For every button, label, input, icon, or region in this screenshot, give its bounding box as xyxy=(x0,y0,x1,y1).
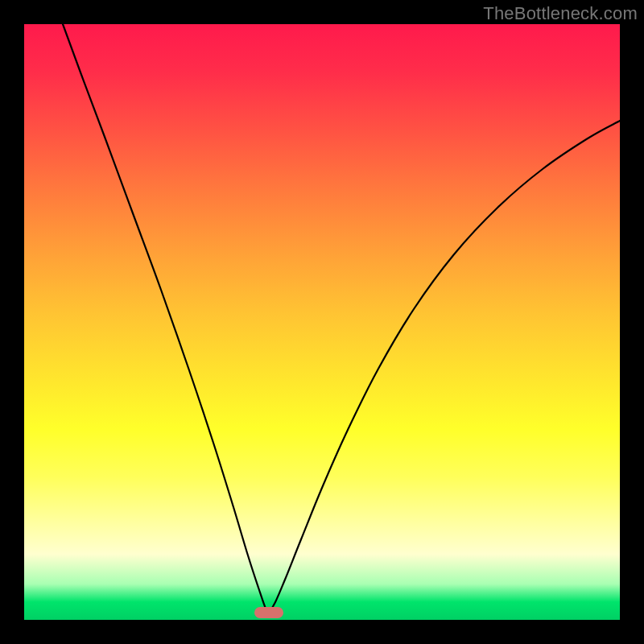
curves-layer xyxy=(24,24,620,620)
plot-area xyxy=(24,24,620,620)
chart-frame: TheBottleneck.com xyxy=(0,0,644,644)
curve-left-curve xyxy=(63,24,269,613)
watermark-text: TheBottleneck.com xyxy=(483,3,638,24)
bottleneck-marker xyxy=(254,607,283,618)
curve-right-curve xyxy=(269,121,620,613)
